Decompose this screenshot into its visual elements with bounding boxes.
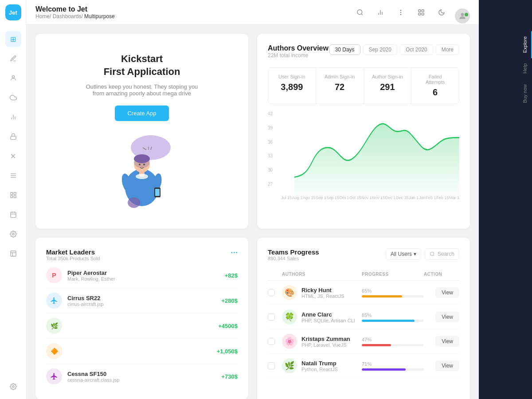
apps-icon[interactable]: [414, 5, 428, 20]
svg-rect-17: [11, 251, 16, 256]
sidebar-item-close[interactable]: ✕: [5, 148, 21, 164]
settings-icon[interactable]: [5, 379, 21, 395]
right-tab-buynow[interactable]: Buy now: [519, 79, 532, 108]
anne-view-button[interactable]: View: [435, 312, 459, 322]
ricky-avatar: 🎨: [282, 285, 297, 300]
kickstart-card: KickstartFirst Application Outlines keep…: [35, 34, 248, 229]
teams-search[interactable]: Search: [425, 248, 459, 260]
svg-point-21: [357, 10, 362, 15]
team-checkbox[interactable]: [268, 289, 275, 296]
authors-tab-group: 30 Days Sep 2020 Oct 2020 More: [329, 44, 459, 55]
itemc-info: [67, 323, 218, 329]
team-author-anne: 🍀 Anne Clarc PHP, SQLite, Artisan CLI: [282, 309, 362, 325]
team-row: 🌿 Natali Trump Python, ReactJS 71% View: [268, 354, 459, 378]
cessna-logo: [46, 368, 62, 384]
stats-row: User Sign-in 3,899 Admin Sign-in 72 Auth…: [268, 67, 459, 104]
svg-point-16: [12, 233, 14, 235]
svg-rect-12: [11, 212, 16, 218]
kristaps-view-button[interactable]: View: [435, 336, 459, 347]
svg-rect-49: [155, 189, 160, 196]
illustration: [98, 130, 186, 210]
authors-overview-card: Authors Overview 22M total income 30 Day…: [257, 34, 470, 229]
chart-y-labels: 42 39 36 33 30 27: [268, 111, 273, 187]
page-title: Welcome to Jet: [35, 5, 348, 13]
svg-point-0: [12, 76, 14, 78]
sidebar-item-calendar[interactable]: [5, 207, 21, 223]
team-row: 🌸 Kristaps Zumman PHP, Laravel, VueJS 47…: [268, 329, 459, 354]
itemc-logo: 🌿: [46, 318, 62, 334]
tab-more[interactable]: More: [436, 44, 459, 55]
market-leaders-subtitle: Total 350k Products Sold: [46, 256, 100, 261]
sidebar-item-grid[interactable]: ⊞: [5, 31, 21, 47]
market-item: 🔶 +1,050$: [46, 339, 238, 364]
main-content: KickstartFirst Application Outlines keep…: [27, 25, 479, 399]
right-panel-tabs: Explore Help Buy now: [519, 31, 532, 108]
cirrus-logo: [46, 293, 62, 309]
sidebar-item-list[interactable]: [5, 168, 21, 184]
svg-point-50: [128, 197, 140, 208]
ricky-progress: 65%: [362, 288, 424, 297]
teams-controls: All Users ▾ Search: [386, 248, 459, 260]
team-checkbox[interactable]: [268, 362, 275, 369]
cessna-value: +730$: [221, 373, 238, 380]
right-tab-help[interactable]: Help: [519, 58, 532, 79]
market-item: 🌿 +4500$: [46, 313, 238, 339]
team-row: 🍀 Anne Clarc PHP, SQLite, Artisan CLI 85…: [268, 305, 459, 329]
create-app-button[interactable]: Create App: [115, 106, 168, 121]
tab-oct2020[interactable]: Oct 2020: [400, 44, 433, 55]
team-checkbox[interactable]: [268, 313, 275, 321]
sidebar-logo[interactable]: Jet: [5, 4, 21, 20]
tab-sep2020[interactable]: Sep 2020: [363, 44, 397, 55]
kickstart-description: Outlines keep you honest. They stoping y…: [84, 83, 200, 97]
cirrus-value: +280$: [221, 297, 238, 304]
tab-30days[interactable]: 30 Days: [329, 44, 360, 55]
sidebar-item-lock[interactable]: [5, 129, 21, 145]
sidebar-item-box[interactable]: [5, 187, 21, 203]
kickstart-title: KickstartFirst Application: [104, 53, 180, 78]
authors-card-title: Authors Overview: [268, 44, 329, 52]
search-icon[interactable]: [353, 5, 367, 20]
all-users-select[interactable]: All Users ▾: [386, 248, 421, 260]
market-item: Cirrus SR22 cirrus-aircraft.jsp +280$: [46, 288, 238, 313]
authors-chart: 42 39 36 33 30 27: [268, 111, 459, 200]
svg-rect-10: [11, 196, 13, 198]
right-tab-explore[interactable]: Explore: [519, 31, 532, 58]
svg-point-43: [134, 156, 150, 168]
bar-chart-icon[interactable]: [373, 5, 387, 20]
svg-point-45: [143, 164, 145, 165]
chart-x-labels: Jul 15 Aug 1 Agu 15 Sep 1 Sep 15 Oct 1 O…: [281, 196, 459, 200]
teams-table-header: AUTHORS PROGRESS ACTION: [268, 268, 459, 281]
svg-point-53: [430, 252, 434, 256]
teams-progress-card: Teams Progress 890,344 Sales All Users ▾…: [257, 238, 470, 399]
svg-rect-8: [11, 192, 13, 195]
sidebar-item-layout[interactable]: [5, 246, 21, 262]
svg-point-52: [136, 174, 148, 179]
itemd-info: [67, 348, 217, 355]
svg-rect-9: [14, 192, 16, 195]
market-item: P Piper Aerostar Mark, Rowling, Esther +…: [46, 263, 238, 288]
sidebar-item-user[interactable]: [5, 70, 21, 86]
right-panel: Explore Help Buy now: [479, 0, 532, 399]
svg-rect-4: [11, 136, 16, 139]
market-more-icon[interactable]: ⋯: [231, 248, 238, 257]
ricky-view-button[interactable]: View: [435, 287, 459, 298]
team-row: 🎨 Ricky Hunt HTML, JS, ReactJS 65% View: [268, 281, 459, 305]
sidebar-item-pen[interactable]: [5, 51, 21, 66]
market-leaders-header: Market Leaders Total 350k Products Sold …: [46, 248, 238, 261]
cirrus-info: Cirrus SR22 cirrus-aircraft.jsp: [67, 295, 221, 307]
market-leaders-title: Market Leaders: [46, 248, 100, 256]
sidebar-item-tools[interactable]: [5, 226, 21, 242]
sidebar-item-cloud[interactable]: [5, 90, 21, 106]
customize-icon[interactable]: [394, 5, 408, 20]
natali-view-button[interactable]: View: [435, 360, 459, 371]
moon-icon[interactable]: [434, 5, 449, 20]
main-wrapper: Welcome to Jet Home/ Dashboards/ Multipu…: [27, 0, 479, 399]
stat-failed-attempts: Failed Attempts 6: [411, 68, 459, 104]
team-checkbox[interactable]: [268, 338, 275, 345]
sidebar-item-chart[interactable]: [5, 109, 21, 125]
sidebar: Jet ⊞ ✕: [0, 0, 27, 399]
topbar: Welcome to Jet Home/ Dashboards/ Multipu…: [27, 0, 479, 25]
team-author-kristaps: 🌸 Kristaps Zumman PHP, Laravel, VueJS: [282, 334, 362, 349]
svg-rect-29: [419, 10, 421, 12]
anne-progress: 85%: [362, 313, 424, 322]
